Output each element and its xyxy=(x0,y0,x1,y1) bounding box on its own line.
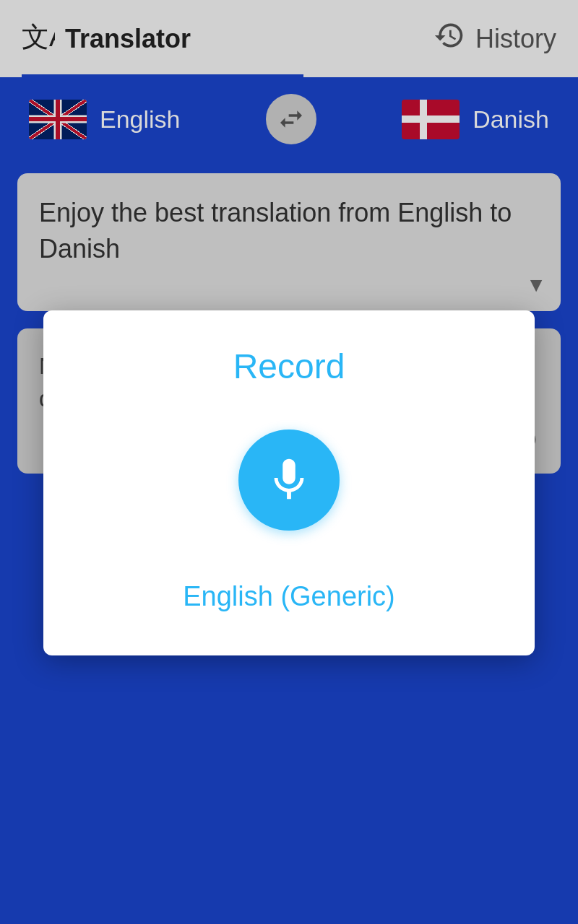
record-title: Record xyxy=(233,346,345,386)
record-dialog: Record English (Generic) xyxy=(43,310,535,655)
microphone-button[interactable] xyxy=(238,430,340,531)
record-lang-label: English (Generic) xyxy=(183,581,395,612)
